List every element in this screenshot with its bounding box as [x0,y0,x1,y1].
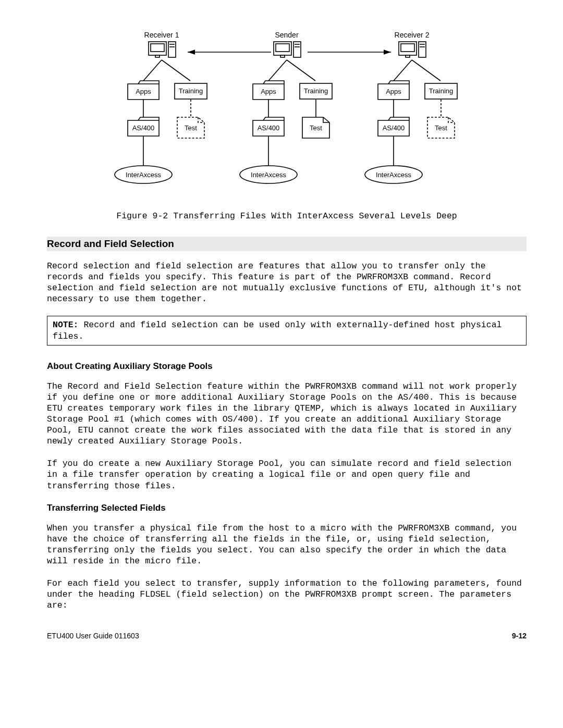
paragraph-tf1: When you transfer a physical file from t… [47,523,527,566]
svg-text:AS/400: AS/400 [258,124,280,132]
svg-text:Training: Training [429,87,453,95]
svg-line-21 [162,60,190,81]
svg-text:AS/400: AS/400 [132,124,155,132]
label-receiver2: Receiver 2 [395,31,430,39]
document-page: .lbl { font-family: Arial, Helvetica, sa… [0,0,563,661]
svg-line-25 [412,60,440,81]
section-heading-record-field: Record and Field Selection [47,237,527,251]
svg-text:Test: Test [310,124,322,132]
svg-text:AS/400: AS/400 [383,124,405,132]
transfer-diagram-svg: .lbl { font-family: Arial, Helvetica, sa… [99,31,474,198]
paragraph-aux2: If you do create a new Auxiliary Storage… [47,458,527,491]
svg-text:Training: Training [304,87,328,95]
svg-text:Test: Test [185,124,197,132]
svg-line-22 [268,60,287,81]
footer-page-number: 9-12 [512,632,527,640]
as400-boxes: AS/400 AS/400 AS/400 [128,117,409,136]
label-sender: Sender [275,31,298,39]
svg-rect-16 [406,55,410,57]
figure-caption: Figure 9-2 Transferring Files With Inter… [47,211,527,221]
svg-rect-15 [401,44,414,52]
interaxcess-ellipses: InterAxcess InterAxcess InterAxcess [115,166,422,183]
svg-rect-9 [276,44,289,52]
paragraph-aux1: The Record and Field Selection feature w… [47,381,527,447]
svg-text:Training: Training [179,87,203,95]
svg-text:Apps: Apps [261,88,276,95]
svg-line-24 [394,60,412,81]
footer-title: ETU400 User Guide 011603 [47,632,139,640]
training-boxes: Training Training Training [175,83,457,99]
label-receiver1: Receiver 1 [144,31,179,39]
svg-rect-4 [155,55,160,57]
svg-text:Test: Test [435,124,447,132]
note-box: NOTE: Record and field selection can be … [47,316,527,345]
svg-text:InterAxcess: InterAxcess [126,171,161,179]
svg-text:InterAxcess: InterAxcess [376,171,411,179]
note-label: NOTE: [53,320,79,330]
note-text: Record and field selection can be used o… [53,320,501,341]
subheading-transferring-fields: Transferring Selected Fields [47,503,527,513]
svg-line-20 [143,60,162,81]
paragraph-tf2: For each field you select to transfer, s… [47,578,527,611]
station-group [149,42,426,57]
svg-text:InterAxcess: InterAxcess [251,171,286,179]
svg-rect-3 [151,44,164,52]
figure-diagram: .lbl { font-family: Arial, Helvetica, sa… [99,31,474,198]
test-boxes: Test Test Test [177,117,455,138]
paragraph-intro: Record selection and field selection are… [47,261,527,304]
svg-rect-10 [280,55,285,57]
apps-boxes: Apps Apps Apps [128,81,409,100]
svg-text:Apps: Apps [386,88,401,95]
svg-text:Apps: Apps [136,88,151,95]
subheading-aux-storage: About Creating Auxiliary Storage Pools [47,361,527,372]
svg-line-23 [287,60,315,81]
page-footer: ETU400 User Guide 011603 9-12 [47,632,527,640]
